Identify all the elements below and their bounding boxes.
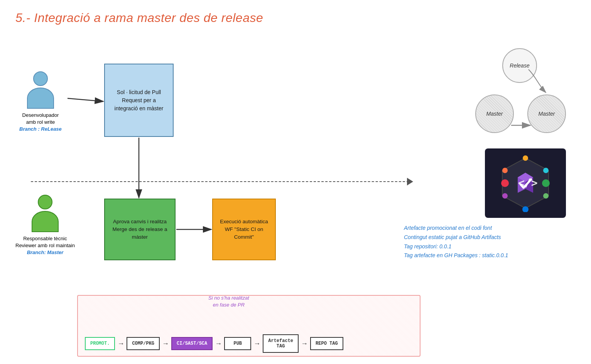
master-right-label: Master [539,111,555,117]
svg-point-11 [502,193,508,199]
wf-step-pub: PUB [224,337,251,350]
developer-head [33,71,48,86]
pr-request-box: Sol · licitud de Pull Request per a inte… [104,64,174,137]
svg-point-10 [543,168,549,173]
main-diagram: Desenvolupador amb rol write Branch : Re… [0,29,591,364]
workflow-steps: PROMOT. → COMP/PKG → CI/SAST/SCA → PUB →… [85,334,417,353]
developer-name: Desenvolupador [19,112,62,119]
reviewer-person: Responsable tècnic Reviewer amb rol main… [15,195,75,256]
reviewer-name: Responsable tècnic [15,235,75,242]
reviewer-head [38,195,52,209]
artifact-line2: Contingut estatic pujat a GitHub Artifac… [404,233,566,242]
reviewer-torso [32,211,59,232]
wf-condition-line1: Si no s'ha realitzat [208,295,249,302]
package-svg: </> [496,154,554,212]
reviewer-body [32,195,59,232]
artifact-line3: Tag repositori: 0.0.1 [404,242,566,251]
master-left-circle: Master [475,94,514,133]
artifact-line1: Artefacte promocionat en el codi font [404,224,566,233]
dashed-arrow [407,178,413,185]
artifact-info-section: Artefacte promocionat en el codi font Co… [404,224,566,260]
merge-box: Aprova canvis i realitza Merge des de re… [104,199,176,260]
wf-step-artefacte: ArtefacteTAG [263,334,299,353]
developer-branch: Branch : ReLease [19,126,62,133]
workflow-condition-label: Si no s'ha realitzat en fase de PR [208,295,249,308]
page-title: 5.- Integració a rama master des de rele… [0,0,591,25]
dashed-divider [31,181,409,182]
wf-step-repo: REPO TAG [310,337,343,350]
merge-box-text: Aprova canvis i realitza Merge des de re… [110,218,170,241]
svg-point-5 [501,179,509,187]
master-right-circle: Master [527,94,566,133]
reviewer-label: Responsable tècnic Reviewer amb rol main… [15,235,75,256]
wf-step-ci: CI/SAST/SCA [171,337,213,350]
svg-point-9 [502,168,508,173]
reviewer-branch: Branch: Master [15,249,75,256]
master-left-label: Master [486,111,503,117]
release-circle-label: Release [510,62,529,69]
svg-text:</>: </> [518,177,538,189]
artifact-line4: Tag artefacte en GH Packages : static.0.… [404,251,566,260]
developer-person: Desenvolupador amb rol write Branch : Re… [19,71,62,133]
developer-torso [27,88,54,109]
wf-arrow-1: → [115,340,127,348]
developer-label: Desenvolupador amb rol write Branch : Re… [19,112,62,133]
reviewer-role: Reviewer amb rol maintain [15,242,75,249]
wf-arrow-5: → [299,340,310,348]
wf-condition-line2: en fase de PR [208,302,249,308]
svg-point-12 [543,193,549,199]
wf-arrow-2: → [160,340,171,348]
github-package-image: </> [485,148,566,218]
pr-box-text: Sol · licitud de Pull Request per a inte… [110,88,168,113]
wf-arrow-4: → [251,340,263,348]
wf-step-comp: COMP/PKG [127,337,160,350]
svg-point-6 [542,179,550,187]
wf-arrow-3: → [213,340,224,348]
exec-box-text: Execució automàtica WF "Static CI on Com… [218,218,270,241]
wf-step-promot: PROMOT. [85,337,115,350]
release-circle: Release [502,48,537,83]
developer-role: amb rol write [19,119,62,126]
execution-box: Execució automàtica WF "Static CI on Com… [212,199,276,260]
svg-point-8 [523,155,528,161]
dev-to-pr-arrow [68,98,103,101]
developer-body [27,71,54,109]
